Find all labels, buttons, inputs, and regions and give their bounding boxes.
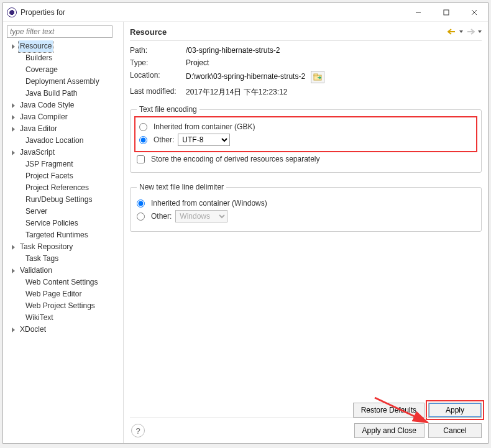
delimiter-inherited-radio[interactable] (137, 199, 145, 208)
tree-item-label: Java Code Style (19, 99, 75, 111)
encoding-inherited-radio[interactable] (139, 123, 147, 131)
tree-item-label: Task Tags (24, 253, 60, 265)
tree-item-label: Task Repository (19, 241, 74, 253)
type-value: Project (186, 58, 482, 67)
encoding-other-radio[interactable] (139, 136, 147, 144)
restore-defaults-button[interactable]: Restore Defaults (353, 403, 424, 418)
tree-item-label: Validation (19, 265, 53, 277)
forward-button[interactable] (466, 27, 475, 37)
tree-item[interactable]: Deployment Assembly (7, 76, 121, 88)
apply-button[interactable]: Apply (428, 403, 482, 418)
tree-item[interactable]: Server (7, 206, 121, 217)
sidebar: ResourceBuildersCoverageDeployment Assem… (3, 22, 124, 443)
tree-item-label: Targeted Runtimes (24, 229, 89, 241)
show-in-explorer-button[interactable] (311, 71, 324, 83)
tree-item-label: Web Project Settings (24, 300, 96, 312)
encoding-other-label[interactable]: Other: (154, 135, 174, 144)
delimiter-inherited-label[interactable]: Inherited from container (Windows) (151, 199, 267, 208)
tree-item[interactable]: Task Tags (7, 253, 121, 265)
tree-item[interactable]: Javadoc Location (7, 135, 121, 147)
lastmod-value: 2017年12月14日 下午12:23:12 (186, 87, 482, 98)
tree-item[interactable]: Java Compiler (7, 111, 121, 123)
tree-item-label: Coverage (24, 64, 59, 76)
tree-item[interactable]: Java Editor (7, 123, 121, 135)
window-title: Properties for (21, 8, 65, 17)
apply-and-close-button[interactable]: Apply and Close (354, 423, 424, 438)
tree-item[interactable]: Java Build Path (7, 88, 121, 99)
tree-item-label: Resource (19, 40, 53, 52)
delimiter-group: New text file line delimiter Inherited f… (130, 183, 482, 232)
store-derived-checkbox[interactable] (137, 155, 145, 163)
tree-item-label: Builders (24, 52, 53, 64)
location-value: D:\work\03-spring-hibernate-struts-2 (186, 71, 482, 83)
store-derived-label[interactable]: Store the encoding of derived resources … (151, 155, 320, 163)
tree-item[interactable]: Web Page Editor (7, 288, 121, 300)
tree-item[interactable]: JavaScript (7, 147, 121, 158)
title-bar: Properties for (3, 3, 488, 22)
tree-item[interactable]: Project Facets (7, 170, 121, 182)
minimize-button[interactable] (404, 4, 432, 21)
lastmod-label: Last modified: (130, 87, 186, 98)
encoding-group: Text file encoding Inherited from contai… (130, 105, 482, 173)
tree-item-label: Deployment Assembly (24, 76, 101, 88)
tree-item-label: Web Content Settings (24, 277, 99, 288)
tree-item[interactable]: Web Project Settings (7, 300, 121, 312)
tree-item-label: Java Compiler (19, 111, 69, 123)
type-label: Type: (130, 58, 186, 67)
tree-item[interactable]: Builders (7, 52, 121, 64)
path-label: Path: (130, 46, 186, 55)
cancel-button[interactable]: Cancel (428, 423, 482, 438)
encoding-select[interactable]: UTF-8 (178, 134, 230, 146)
tree-item-label: XDoclet (19, 324, 47, 336)
back-menu-icon[interactable] (459, 30, 463, 33)
main-panel: Resource Path: /03-spring-hibernate-stru… (124, 22, 488, 443)
tree-item[interactable]: Coverage (7, 64, 121, 76)
tree-item-label: Server (24, 206, 48, 217)
maximize-button[interactable] (432, 4, 460, 21)
page-title: Resource (130, 27, 167, 37)
tree-item-label: WikiText (24, 312, 55, 324)
tree-item-label: JSP Fragment (24, 158, 74, 170)
close-button[interactable] (460, 4, 488, 21)
back-button[interactable] (447, 27, 457, 37)
category-tree[interactable]: ResourceBuildersCoverageDeployment Assem… (7, 40, 121, 439)
delimiter-select: Windows (175, 210, 227, 222)
forward-menu-icon[interactable] (478, 30, 482, 33)
svg-rect-1 (444, 10, 449, 15)
tree-item[interactable]: Web Content Settings (7, 277, 121, 288)
eclipse-icon (7, 7, 17, 17)
tree-item[interactable]: Validation (7, 265, 121, 277)
tree-item-label: Project References (24, 182, 90, 194)
filter-input[interactable] (7, 25, 112, 38)
path-value: /03-spring-hibernate-struts-2 (186, 46, 482, 55)
tree-item[interactable]: WikiText (7, 312, 121, 324)
tree-item[interactable]: Resource (7, 40, 121, 52)
encoding-legend: Text file encoding (137, 105, 200, 114)
delimiter-other-radio[interactable] (137, 213, 145, 221)
tree-item[interactable]: XDoclet (7, 324, 121, 336)
tree-item-label: Service Policies (24, 217, 80, 229)
tree-item[interactable]: JSP Fragment (7, 158, 121, 170)
encoding-inherited-label[interactable]: Inherited from container (GBK) (154, 122, 255, 131)
tree-item[interactable]: Run/Debug Settings (7, 194, 121, 206)
tree-item[interactable]: Targeted Runtimes (7, 229, 121, 241)
svg-rect-5 (314, 74, 318, 76)
tree-item-label: Run/Debug Settings (24, 194, 93, 206)
tree-item-label: Javadoc Location (24, 135, 85, 147)
help-button[interactable]: ? (131, 424, 145, 437)
tree-item-label: Web Page Editor (24, 288, 83, 300)
tree-item[interactable]: Project References (7, 182, 121, 194)
tree-item-label: JavaScript (19, 147, 56, 158)
delimiter-legend: New text file line delimiter (137, 183, 226, 191)
tree-item[interactable]: Service Policies (7, 217, 121, 229)
tree-item[interactable]: Java Code Style (7, 99, 121, 111)
tree-item-label: Java Build Path (24, 88, 78, 99)
tree-item-label: Project Facets (24, 170, 75, 182)
location-label: Location: (130, 71, 186, 83)
tree-item-label: Java Editor (19, 123, 58, 135)
tree-item[interactable]: Task Repository (7, 241, 121, 253)
delimiter-other-label[interactable]: Other: (151, 212, 172, 221)
